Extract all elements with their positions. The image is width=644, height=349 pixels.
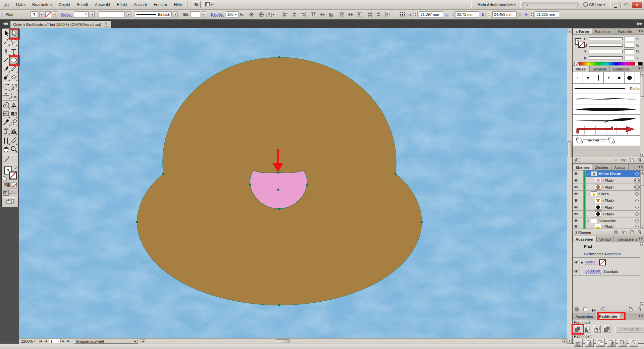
opacity-attribute-link[interactable]: Deckkraft: [585,269,601,273]
align-h-center-button[interactable] [290,11,298,18]
channel-slider[interactable] [589,56,623,59]
channel-value-field[interactable] [624,49,634,54]
delete-layer-icon[interactable] [638,230,642,235]
menu-hilfe[interactable]: Hilfe [171,0,185,9]
layer-row-main[interactable]: <Pfad> [586,211,644,217]
width-stepper[interactable]: ▲▼ [487,12,491,17]
target-circle[interactable] [635,225,639,228]
scroll-up-arrow[interactable]: ▲ [640,242,644,246]
restore-button[interactable] [621,2,631,8]
transform-reference-point-button[interactable] [398,11,407,18]
brush-item-floral-pattern[interactable] [573,136,644,146]
delete-brush-icon[interactable] [638,158,642,163]
tool-symbol-sprayer[interactable] [2,127,10,135]
tool-blob-brush[interactable] [2,73,10,81]
scroll-up-arrow[interactable]: ▲ [568,29,572,33]
y-position-field[interactable]: 33,72 mm [455,11,479,17]
brush-item-calligraphic-5[interactable] [614,72,625,83]
drag-handle[interactable] [1,11,3,18]
vertical-scroll-thumb[interactable] [568,141,572,157]
panel-menu-icon[interactable]: ▼≡ [638,165,643,168]
draw-normal-mode-button[interactable] [3,190,9,196]
layer-row[interactable]: <Pfad> [573,197,644,204]
brush-item-tapered[interactable] [573,104,644,115]
scroll-up-arrow[interactable]: ▲ [641,170,644,174]
scroll-thumb[interactable] [641,77,644,97]
menu-bearbeiten[interactable]: Bearbeiten [29,0,55,9]
minimize-button[interactable]: ▁ [610,2,621,8]
opacity-link[interactable]: Deckkr.: [211,12,224,17]
workspace-switcher[interactable]: Mein Arbeitsbereich ▼ [476,1,518,8]
brush-libraries-icon[interactable] [575,158,581,163]
stroke-swatch[interactable] [9,171,17,180]
status-display[interactable]: Gruppenauswahl ▶ [74,339,138,344]
tab-pathfinder[interactable]: Pathfinder [596,313,620,319]
scroll-left-arrow[interactable]: ◀ [141,339,145,343]
tab-verlauf[interactable]: Verlauf [596,236,614,242]
next-artboard-button[interactable]: ▶ [61,339,66,343]
visibility-toggle[interactable] [573,224,579,229]
disclosure-open-icon[interactable]: ▽ [586,172,590,176]
tool-artboard[interactable] [2,137,10,145]
tab-absatz[interactable]: Absatz [611,164,629,170]
stroke-weight-field[interactable]: ⇅ [74,11,89,17]
search-input[interactable] [522,2,579,8]
tool-pencil[interactable] [10,64,18,73]
tab-ausrichten[interactable]: Ausrichten [573,313,596,319]
visibility-toggle[interactable] [573,197,579,204]
y-position-stepper[interactable]: ▲▼ [450,12,454,17]
visibility-toggle[interactable] [573,204,579,210]
lock-toggle[interactable] [579,217,584,224]
tool-knife[interactable] [2,155,10,163]
tool-magic-wand[interactable] [2,38,10,46]
layer-row-main[interactable]: ▽Küken [586,191,644,197]
channel-slider[interactable] [589,44,623,47]
align-left-button[interactable] [281,11,289,18]
swap-fill-stroke-icon[interactable]: ⤸ [15,166,17,169]
delete-item-icon[interactable] [638,307,642,312]
pathfinder-merge-button[interactable] [596,339,605,347]
distribute-bottom-button[interactable] [355,11,363,18]
target-circle[interactable] [635,219,639,222]
target-circle[interactable] [635,172,639,176]
tool-type[interactable] [10,48,18,56]
brushes-scrollbar[interactable]: ▲▼ [640,72,644,157]
disclosure-closed-icon[interactable]: ▷ [586,219,590,222]
align-v-center-button[interactable] [318,11,326,18]
zoom-level-select[interactable]: 1200% ▼ [19,339,38,343]
brush-definition-dropdown[interactable]: ▼ [173,11,178,17]
make-clipping-mask-icon[interactable] [613,230,618,235]
menu-auswahl[interactable]: Auswahl [92,0,113,9]
tool-shape-builder[interactable] [2,101,10,110]
channel-slider[interactable] [589,50,623,53]
constrain-proportions-icon[interactable] [518,11,522,17]
new-sublayer-icon[interactable] [622,230,627,235]
target-circle[interactable] [635,192,639,196]
new-fill-icon[interactable] [583,307,587,312]
fill-color-button[interactable]: ? [31,11,38,17]
tool-hand[interactable] [2,145,10,153]
previous-artboard-button[interactable]: ◀ [43,339,49,343]
distribute-right-button[interactable] [383,11,391,18]
new-stroke-icon[interactable] [575,307,579,312]
target-circle[interactable] [635,186,639,189]
lock-toggle[interactable] [579,170,584,177]
layers-scrollbar[interactable]: ▲▼ [640,170,644,229]
shape-mode-unite-button[interactable] [574,325,581,333]
brush-item-charcoal[interactable] [573,94,644,104]
isolate-selected-object-button[interactable] [257,11,265,18]
distribute-top-button[interactable] [338,11,346,18]
appearance-stroke-row[interactable]: ▶Kontur: [573,258,644,267]
lock-toggle[interactable] [579,197,584,204]
layer-row[interactable]: <Pfad> [573,204,644,211]
tab-farbhilfe[interactable]: Farbhilfe [615,28,635,34]
brush-item-ink[interactable] [573,115,644,125]
lock-toggle[interactable] [579,177,584,184]
tool-pen[interactable] [2,48,10,56]
tab-symbole[interactable]: Symbole [589,66,610,72]
height-field[interactable]: 21,225 mm [535,11,559,17]
visibility-toggle[interactable] [573,217,579,224]
tool-eyedropper[interactable] [2,118,10,127]
fill-dropdown-arrow[interactable]: ▼ [39,11,44,17]
stroke-weight-link[interactable]: Kontur: [61,12,72,17]
